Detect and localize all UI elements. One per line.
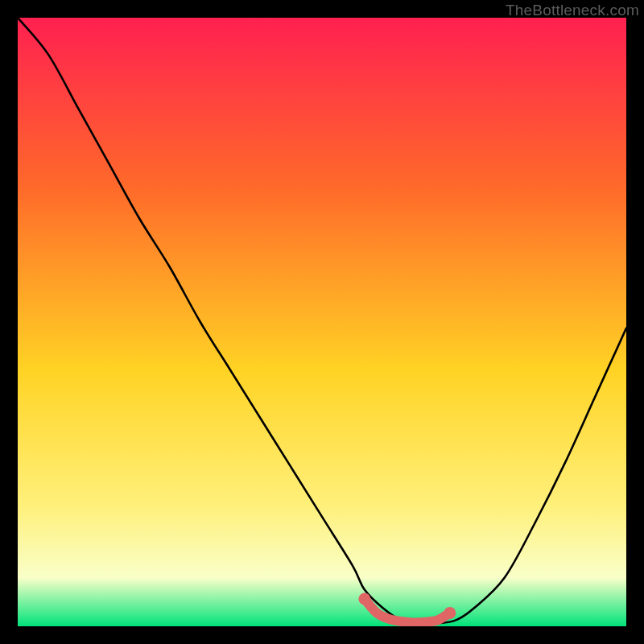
marker-dot — [358, 593, 370, 605]
watermark-text: TheBottleneck.com — [506, 2, 639, 19]
plot-area — [18, 18, 626, 626]
gradient-background — [18, 18, 626, 626]
chart-stage: TheBottleneck.com — [0, 0, 644, 644]
marker-dot — [444, 607, 456, 619]
chart-svg — [18, 18, 626, 626]
